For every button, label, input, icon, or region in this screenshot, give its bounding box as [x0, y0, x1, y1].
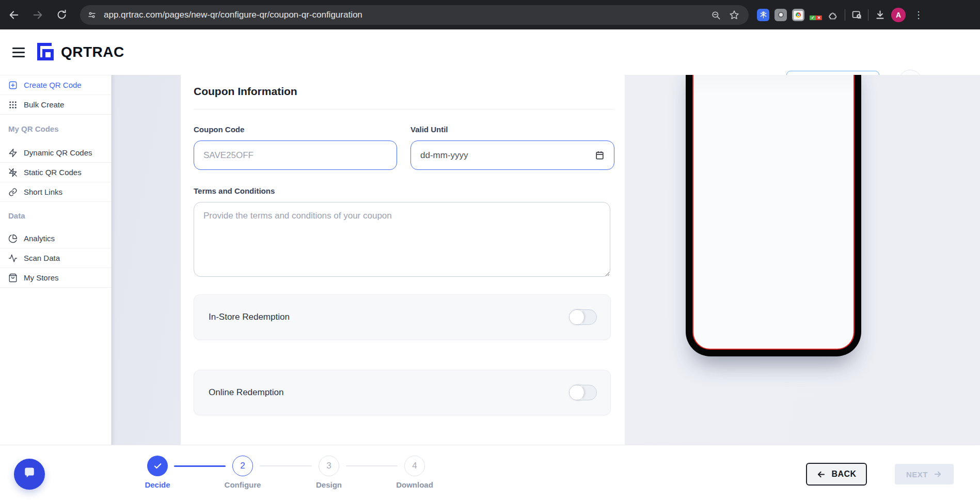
back-button-label: BACK — [831, 470, 856, 479]
chat-bubble-icon — [22, 466, 37, 482]
step-number-circle[interactable]: 4 — [404, 456, 425, 476]
step-configure[interactable]: 2 Configure — [212, 456, 274, 489]
sidebar-item-bulk-create[interactable]: Bulk Create — [0, 95, 111, 115]
browser-toolbar: app.qrtrac.com/pages/new-qr/configure-qr… — [0, 0, 980, 29]
sidebar-item-static-qr-codes[interactable]: Static QR Codes — [0, 163, 111, 182]
toolbar-divider — [868, 9, 868, 21]
check-icon — [153, 462, 162, 471]
sidebar-section-data: Data — [0, 202, 111, 229]
phone-preview — [686, 75, 861, 356]
step-number-circle[interactable]: 2 — [232, 456, 253, 476]
valid-until-date-input[interactable]: dd-mm-yyyy — [410, 140, 614, 170]
browser-menu-icon[interactable]: ⋮ — [911, 9, 926, 21]
sidebar-item-label: Short Links — [24, 187, 62, 196]
terms-label: Terms and Conditions — [194, 186, 614, 195]
step-design[interactable]: 3 Design — [298, 456, 360, 489]
next-button[interactable]: NEXT — [895, 464, 954, 485]
in-store-redemption-toggle[interactable] — [569, 309, 597, 325]
extension-snowflake-icon[interactable] — [757, 9, 769, 21]
coupon-form-panel: Coupon Information Coupon Code Valid Unt… — [181, 75, 625, 445]
sidebar-item-create-qr-code[interactable]: Create QR Code — [0, 75, 111, 95]
qrtrac-logo-icon — [36, 42, 57, 62]
browser-reload-icon[interactable] — [53, 6, 70, 24]
coupon-code-label: Coupon Code — [194, 125, 397, 134]
in-store-redemption-card: In-Store Redemption — [194, 294, 611, 340]
plus-square-icon — [8, 81, 18, 90]
online-redemption-card: Online Redemption — [194, 370, 611, 415]
phone-screen — [692, 75, 855, 350]
arrow-left-icon — [816, 470, 826, 479]
downloads-icon[interactable] — [874, 9, 886, 21]
sidebar-item-my-stores[interactable]: My Stores — [0, 268, 111, 288]
page-title: Coupon Information — [194, 85, 614, 98]
chat-widget-button[interactable] — [14, 459, 45, 490]
step-check-circle[interactable] — [147, 456, 168, 476]
terms-textarea[interactable] — [194, 202, 610, 277]
step-label: Download — [396, 480, 433, 489]
pie-chart-icon — [8, 234, 18, 243]
sidebar-item-label: Dynamic QR Codes — [24, 148, 92, 157]
extensions-puzzle-icon[interactable] — [827, 9, 840, 21]
shopping-bag-icon — [8, 273, 18, 283]
valid-until-label: Valid Until — [410, 125, 614, 134]
extension-screenshot-icon[interactable] — [792, 9, 804, 21]
site-info-icon[interactable] — [87, 10, 97, 20]
sidebar-item-dynamic-qr-codes[interactable]: Dynamic QR Codes — [0, 143, 111, 163]
step-decide[interactable]: Decide — [127, 456, 188, 489]
step-label: Configure — [225, 480, 261, 489]
sidebar-item-label: Bulk Create — [24, 100, 64, 109]
extension-grid-icon[interactable]: ✓ ✕ — [810, 9, 822, 21]
bolt-off-icon — [8, 168, 18, 177]
coupon-code-input[interactable] — [194, 140, 397, 170]
sidebar-item-label: Create QR Code — [24, 81, 82, 89]
link-icon — [8, 187, 18, 197]
content-background: Coupon Information Coupon Code Valid Unt… — [112, 75, 980, 445]
divider — [194, 109, 614, 110]
sidebar-item-label: Scan Data — [24, 254, 60, 262]
sidebar: Create QR Code Bulk Create My QR Codes D… — [0, 75, 112, 445]
toggle-knob — [570, 385, 584, 400]
sidebar-section-my-qr-codes: My QR Codes — [0, 115, 111, 143]
hamburger-menu-icon[interactable] — [10, 45, 27, 59]
browser-profile-avatar[interactable]: A — [891, 8, 906, 22]
browser-forward-icon[interactable] — [29, 6, 46, 24]
date-placeholder: dd-mm-yyyy — [420, 150, 468, 161]
brand-logo[interactable]: QRTRAC — [36, 42, 124, 62]
sidebar-item-analytics[interactable]: Analytics — [0, 229, 111, 248]
sidebar-item-scan-data[interactable]: Scan Data — [0, 248, 111, 268]
sidebar-item-short-links[interactable]: Short Links — [0, 182, 111, 202]
grid-dots-icon — [8, 100, 18, 110]
tab-search-icon[interactable] — [850, 9, 863, 21]
online-redemption-toggle[interactable] — [569, 385, 597, 400]
app-header: QRTRAC Marketing EQ Emily Q — [0, 29, 980, 75]
bolt-icon — [8, 148, 18, 158]
app-window: app.qrtrac.com/pages/new-qr/configure-qr… — [0, 0, 980, 500]
step-number-circle[interactable]: 3 — [319, 456, 339, 476]
step-label: Decide — [145, 480, 170, 489]
step-label: Design — [316, 480, 342, 489]
arrow-right-icon — [933, 470, 942, 479]
step-download[interactable]: 4 Download — [384, 456, 446, 489]
brand-name: QRTRAC — [61, 44, 124, 60]
online-redemption-label: Online Redemption — [209, 387, 284, 398]
sidebar-item-label: Analytics — [24, 234, 55, 243]
browser-back-icon[interactable] — [5, 6, 23, 24]
in-store-redemption-label: In-Store Redemption — [209, 312, 290, 322]
toolbar-divider — [845, 9, 845, 21]
zoom-page-icon[interactable] — [711, 10, 721, 20]
toggle-knob — [570, 310, 584, 324]
back-button[interactable]: BACK — [806, 463, 867, 486]
calendar-icon[interactable] — [595, 150, 605, 160]
activity-icon — [8, 254, 18, 263]
url-text[interactable]: app.qrtrac.com/pages/new-qr/configure-qr… — [104, 10, 711, 20]
page-body: Coupon Information Coupon Code Valid Unt… — [0, 75, 980, 445]
address-bar[interactable]: app.qrtrac.com/pages/new-qr/configure-qr… — [80, 5, 749, 25]
bookmark-star-icon[interactable] — [729, 10, 739, 20]
sidebar-item-label: Static QR Codes — [24, 168, 82, 177]
wizard-footer: Decide 2 Configure 3 Design 4 Download B… — [0, 445, 980, 500]
next-button-label: NEXT — [906, 470, 928, 479]
extensions-row: ✓ ✕ A ⋮ — [757, 0, 926, 29]
sidebar-item-label: My Stores — [24, 273, 59, 282]
extension-camera-icon[interactable] — [774, 9, 787, 21]
qr-preview-area — [625, 75, 980, 445]
